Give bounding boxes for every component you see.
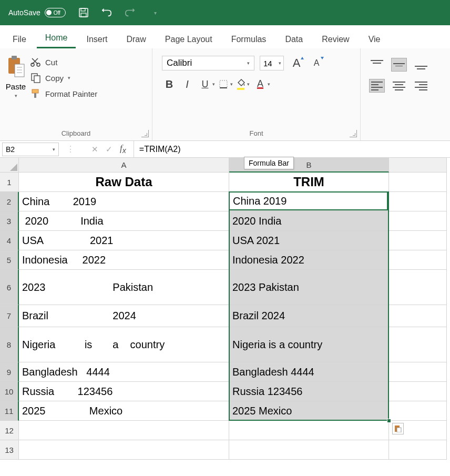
italic-button[interactable]: I <box>180 77 195 92</box>
cell[interactable]: Russia 123456 <box>229 382 389 401</box>
cell[interactable] <box>389 211 447 231</box>
border-button[interactable]: ▾ <box>218 79 233 89</box>
cell[interactable] <box>389 327 447 362</box>
clipboard-launcher-icon[interactable] <box>141 130 149 137</box>
enter-formula-icon[interactable]: ✓ <box>106 145 112 154</box>
row-header[interactable]: 3 <box>0 211 19 231</box>
cell[interactable]: Nigeria is a country <box>19 327 229 362</box>
cell[interactable]: Indonesia 2022 <box>229 250 389 270</box>
cell[interactable]: 2023 Pakistan <box>19 270 229 305</box>
cell[interactable]: 2020 India <box>229 211 389 231</box>
bold-button[interactable]: B <box>162 77 177 92</box>
cell[interactable] <box>19 421 229 440</box>
cell[interactable] <box>389 362 447 382</box>
select-all-corner[interactable] <box>0 158 19 173</box>
chevron-down-icon[interactable]: ▾ <box>68 75 70 80</box>
row-header[interactable]: 6 <box>0 270 19 305</box>
cell[interactable]: USA 2021 <box>229 231 389 250</box>
row-header[interactable]: 7 <box>0 305 19 327</box>
cell[interactable] <box>389 173 447 192</box>
chevron-down-icon[interactable]: ▾ <box>268 82 270 87</box>
cancel-formula-icon[interactable]: ✕ <box>91 145 98 154</box>
cell[interactable] <box>229 440 389 460</box>
paste-button[interactable]: Paste ▾ <box>5 53 26 127</box>
row-header[interactable]: 8 <box>0 327 19 362</box>
cell[interactable]: USA 2021 <box>19 231 229 250</box>
spreadsheet-grid[interactable]: A B 1Raw DataTRIM2China 2019China 20193 … <box>0 158 450 460</box>
cell[interactable] <box>389 270 447 305</box>
cell[interactable]: 2020 India <box>19 211 229 231</box>
tab-formulas[interactable]: Formulas <box>223 29 275 48</box>
row-header[interactable]: 12 <box>0 421 19 440</box>
formula-input[interactable]: =TRIM(A2) <box>134 145 450 154</box>
cell[interactable] <box>229 421 389 440</box>
cell[interactable] <box>389 401 447 421</box>
cell[interactable]: Bangladesh 4444 <box>19 362 229 382</box>
align-right-button[interactable] <box>413 79 429 93</box>
fill-color-button[interactable]: ▾ <box>236 78 250 90</box>
grow-font-button[interactable]: A <box>289 56 304 70</box>
undo-icon[interactable] <box>101 7 112 18</box>
qat-dropdown-icon[interactable]: ▾ <box>154 10 157 16</box>
redo-icon[interactable] <box>125 7 135 18</box>
save-icon[interactable] <box>78 7 89 18</box>
tab-review[interactable]: Review <box>313 29 357 48</box>
align-top-button[interactable] <box>369 58 385 72</box>
chevron-down-icon[interactable]: ▾ <box>247 82 250 87</box>
row-header[interactable]: 2 <box>0 192 19 211</box>
cell[interactable] <box>389 440 447 460</box>
align-center-button[interactable] <box>391 79 407 93</box>
cut-button[interactable]: Cut <box>30 57 97 67</box>
tab-view[interactable]: Vie <box>360 29 389 48</box>
shrink-font-button[interactable]: A <box>309 56 324 70</box>
cell[interactable]: 2025 Mexico <box>19 401 229 421</box>
header-cell[interactable]: Raw Data <box>19 173 229 192</box>
cell[interactable]: 2025 Mexico <box>229 401 389 421</box>
autosave-toggle[interactable]: AutoSave Off <box>8 8 66 17</box>
copy-button[interactable]: Copy ▾ <box>30 73 97 83</box>
column-header-a[interactable]: A <box>19 158 229 173</box>
row-header[interactable]: 1 <box>0 173 19 192</box>
tab-page-layout[interactable]: Page Layout <box>157 29 221 48</box>
chevron-down-icon[interactable]: ▾ <box>230 82 233 87</box>
cell[interactable]: China 2019 <box>19 192 229 211</box>
cell[interactable]: Indonesia 2022 <box>19 250 229 270</box>
chevron-down-icon[interactable]: ▾ <box>15 93 17 98</box>
font-launcher-icon[interactable] <box>350 130 357 137</box>
row-header[interactable]: 10 <box>0 382 19 401</box>
cell[interactable] <box>389 382 447 401</box>
tab-data[interactable]: Data <box>277 29 311 48</box>
cell[interactable] <box>19 440 229 460</box>
tab-draw[interactable]: Draw <box>118 29 154 48</box>
paste-options-button[interactable] <box>392 423 404 434</box>
font-name-dropdown[interactable]: Calibri ▾ <box>162 56 254 70</box>
cell[interactable]: Nigeria is a country <box>229 327 389 362</box>
cell[interactable]: Bangladesh 4444 <box>229 362 389 382</box>
cell[interactable] <box>389 192 447 211</box>
cell[interactable] <box>389 305 447 327</box>
toggle-switch[interactable]: Off <box>45 8 66 17</box>
font-color-button[interactable]: A ▾ <box>253 77 270 92</box>
font-size-dropdown[interactable]: 14 ▾ <box>260 56 284 70</box>
cell[interactable]: Brazil 2024 <box>19 305 229 327</box>
align-middle-button[interactable] <box>391 58 407 72</box>
row-header[interactable]: 4 <box>0 231 19 250</box>
insert-function-icon[interactable]: fx <box>120 143 126 155</box>
underline-button[interactable]: U ▾ <box>198 77 215 92</box>
align-left-button[interactable] <box>369 79 385 93</box>
cell[interactable]: China 2019 <box>229 192 389 211</box>
row-header[interactable]: 5 <box>0 250 19 270</box>
format-painter-button[interactable]: Format Painter <box>30 88 97 99</box>
cell[interactable] <box>389 250 447 270</box>
cell[interactable]: Brazil 2024 <box>229 305 389 327</box>
row-header[interactable]: 9 <box>0 362 19 382</box>
chevron-down-icon[interactable]: ▾ <box>212 82 215 87</box>
cell[interactable]: Russia 123456 <box>19 382 229 401</box>
cell[interactable] <box>389 231 447 250</box>
row-header[interactable]: 13 <box>0 440 19 460</box>
tab-file[interactable]: File <box>4 29 35 48</box>
fill-handle[interactable] <box>387 419 391 423</box>
row-header[interactable]: 11 <box>0 401 19 421</box>
align-bottom-button[interactable] <box>413 58 429 72</box>
tab-insert[interactable]: Insert <box>78 29 116 48</box>
